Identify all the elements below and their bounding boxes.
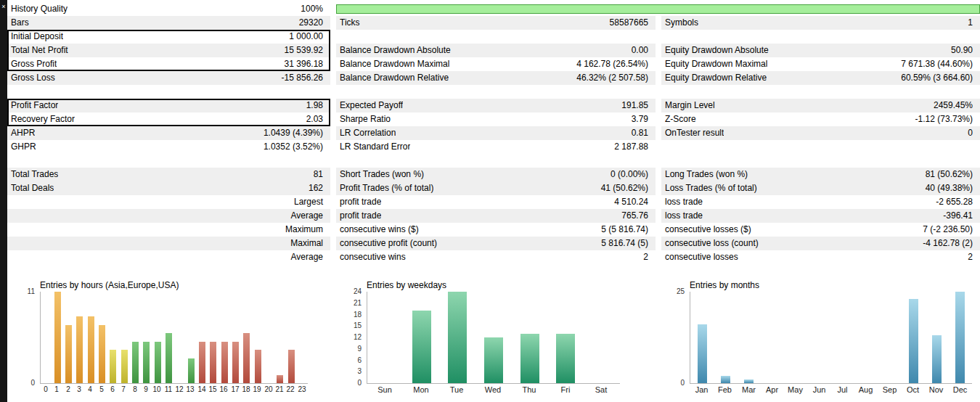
stat-cell: profit trade765.76: [336, 209, 656, 223]
bar-19: [255, 350, 261, 383]
bar-1: [54, 292, 61, 383]
stat-value: Average: [291, 209, 323, 223]
stat-label: LR Correlation: [340, 126, 396, 140]
bar-14: [199, 342, 205, 383]
stats-row: Total Trades81Short Trades (won %)0 (0.0…: [7, 168, 980, 181]
stats-row: [7, 154, 980, 168]
stat-label: consecutive wins ($): [340, 223, 419, 237]
stat-cell: Maximal: [7, 237, 330, 250]
stat-label: Sharpe Ratio: [340, 112, 391, 126]
bar-5: [99, 325, 105, 383]
stat-cell: Maximum: [7, 223, 330, 237]
stat-cell: Sharpe Ratio3.79: [336, 112, 656, 126]
stat-value: 7 (-2 236.50): [923, 223, 973, 237]
stat-label: Symbols: [665, 16, 698, 30]
stat-value: 5 (5 816.74): [601, 223, 648, 237]
stat-value: 50.90: [951, 44, 973, 57]
stat-label: consecutive losses: [665, 250, 738, 264]
stat-label: Expected Payoff: [340, 99, 403, 112]
bar-21: [277, 375, 283, 383]
bar-17: [232, 342, 239, 383]
stat-cell: Expected Payoff191.85: [336, 99, 656, 112]
bar-tue: [448, 292, 467, 383]
bar-3: [76, 316, 83, 383]
stat-value: Maximal: [290, 237, 323, 250]
stat-value: 58587665: [610, 16, 648, 30]
stats-row: Gross Profit31 396.18Balance Drawdown Ma…: [7, 57, 980, 71]
stat-label: AHPR: [11, 126, 35, 140]
stat-cell: consecutive losses2: [661, 250, 980, 264]
stat-value: 2 187.88: [614, 140, 648, 154]
stat-cell: OnTester result0: [661, 126, 980, 140]
stat-cell: consecutive wins2: [336, 250, 656, 264]
stat-cell: Symbols1: [661, 16, 980, 30]
stat-cell: Balance Drawdown Absolute0.00: [336, 44, 656, 57]
bar-wed: [484, 337, 503, 383]
x-tick-label: Dec: [945, 385, 975, 394]
bar-13: [188, 358, 195, 383]
stats-row: Averageconsecutive wins2consecutive loss…: [7, 250, 980, 264]
stat-label: GHPR: [11, 140, 36, 154]
y-tick-label: 6: [334, 356, 362, 364]
stat-label: Bars: [11, 16, 29, 30]
bar-10: [155, 342, 161, 383]
bar-16: [221, 342, 228, 383]
bar-nov: [932, 335, 942, 383]
bar-6: [110, 350, 116, 383]
bar-jan: [698, 324, 707, 383]
stats-table: History Quality100%Bars29320Ticks5858766…: [7, 2, 980, 264]
stat-value: 7 671.38 (44.60%): [901, 57, 973, 71]
bar-feb: [721, 376, 730, 383]
stat-cell: loss trade-396.41: [661, 209, 980, 223]
stat-cell: [7, 85, 330, 99]
stats-row: Recovery Factor2.03Sharpe Ratio3.79Z-Sco…: [7, 112, 980, 126]
close-icon[interactable]: ×: [0, 2, 7, 11]
chart-title: Entries by weekdays: [367, 280, 446, 290]
left-edge-strip: ×: [0, 0, 7, 402]
stat-cell: [661, 30, 980, 44]
stat-label: Profit Factor: [11, 99, 58, 112]
stat-value: Average: [291, 250, 323, 264]
history-quality-progress: [336, 4, 980, 14]
stat-cell: Recovery Factor2.03: [7, 112, 330, 126]
bar-18: [243, 333, 250, 383]
stat-label: Balance Drawdown Relative: [340, 71, 449, 85]
stat-value: 40 (49.38%): [926, 181, 973, 195]
stat-label: Equity Drawdown Relative: [665, 71, 767, 85]
chart-plot-area: [40, 292, 308, 384]
stat-label: consecutive wins: [340, 250, 406, 264]
stat-cell: loss trade-2 655.28: [661, 195, 980, 209]
stats-row: Bars29320Ticks58587665Symbols1: [7, 16, 980, 30]
stats-row: Profit Factor1.98Expected Payoff191.85Ma…: [7, 99, 980, 112]
chart-entries-by-weekdays: Entries by weekdays03691215182124SunMonT…: [334, 279, 657, 402]
y-tick-label: 0: [7, 379, 35, 387]
stat-label: History Quality: [11, 2, 68, 16]
stat-cell: [661, 154, 980, 168]
stat-cell: Average: [7, 250, 330, 264]
stat-value: 765.76: [621, 209, 648, 223]
stat-label: Ticks: [340, 16, 360, 30]
stats-row: Gross Loss-15 856.26Balance Drawdown Rel…: [7, 71, 980, 85]
chart-entries-by-hours: Entries by hours (Asia,Europe,USA)011012…: [7, 279, 334, 402]
chart-title: Entries by months: [690, 280, 759, 290]
stat-label: consecutive loss (count): [665, 237, 759, 250]
y-tick-label: 12: [334, 333, 362, 341]
stat-value: 5 816.74 (5): [601, 237, 648, 250]
stat-label: Initial Deposit: [11, 30, 63, 44]
chart-plot-area: [690, 292, 972, 384]
stat-value: Maximum: [285, 223, 323, 237]
bar-fri: [556, 334, 575, 383]
stat-cell: Margin Level2459.45%: [661, 99, 980, 112]
stat-value: 81 (50.62%): [926, 168, 973, 181]
stats-row: Maximalconsecutive profit (count)5 816.7…: [7, 237, 980, 250]
stat-label: LR Standard Error: [340, 140, 410, 154]
bar-mon: [412, 311, 431, 383]
stat-value: 191.85: [621, 99, 648, 112]
stats-row: Total Net Profit15 539.92Balance Drawdow…: [7, 44, 980, 57]
y-tick-label: 15: [334, 321, 362, 329]
bar-thu: [520, 334, 539, 383]
stats-row: Maximumconsecutive wins ($)5 (5 816.74)c…: [7, 223, 980, 237]
stat-value: 100%: [301, 2, 323, 16]
stat-cell: Total Trades81: [7, 168, 330, 181]
stat-label: consecutive profit (count): [340, 237, 437, 250]
